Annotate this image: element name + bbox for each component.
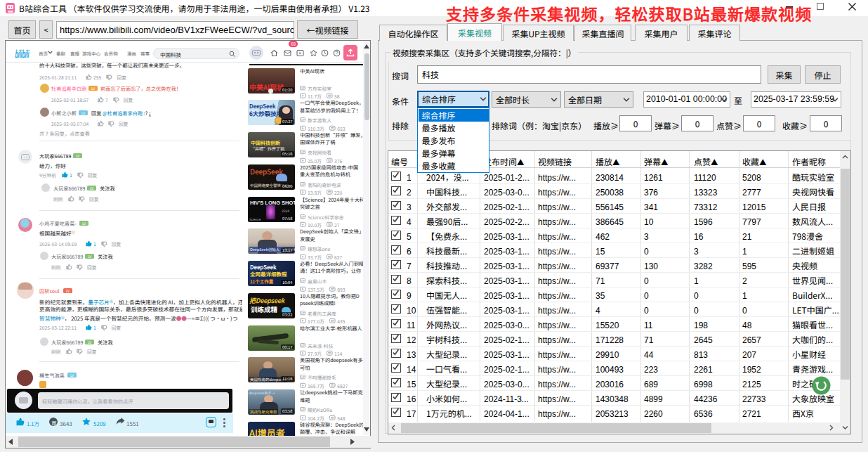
svg-text:UP: UP xyxy=(301,407,305,411)
svg-text:UP: UP xyxy=(301,375,305,379)
svg-text:UP: UP xyxy=(301,342,305,347)
svg-text:UP: UP xyxy=(301,182,305,186)
svg-text:UP: UP xyxy=(301,117,305,122)
svg-text:UP: UP xyxy=(301,150,305,154)
svg-text:UP: UP xyxy=(301,311,305,315)
svg-text:UP: UP xyxy=(301,85,305,89)
svg-text:UP: UP xyxy=(301,214,305,218)
svg-text:UP: UP xyxy=(301,246,305,250)
svg-text:UP: UP xyxy=(301,278,305,283)
